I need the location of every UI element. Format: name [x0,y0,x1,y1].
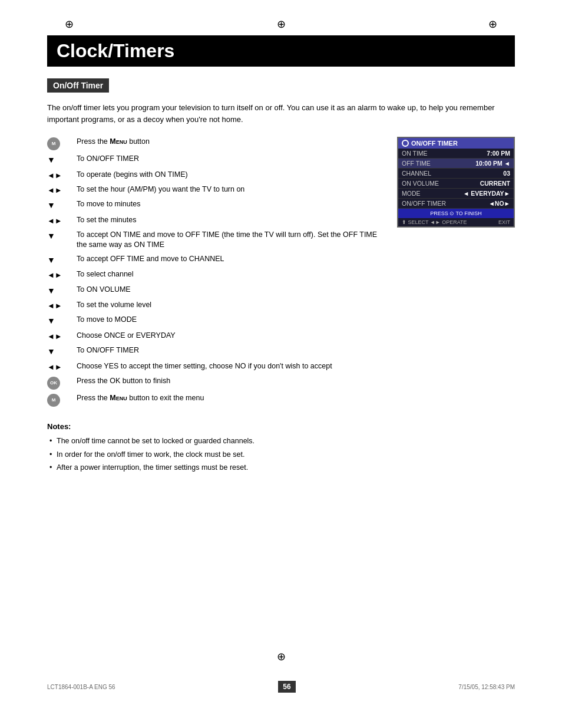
tv-menu-row-3: CHANNEL 03 [398,169,514,179]
step-11-icon: ◄► [47,300,77,311]
page-number-badge: 56 [278,681,295,693]
tv-menu-row-5: MODE ◄ EVERYDAY► [398,189,514,199]
step-8: ▼ To accept OFF TIME and move to CHANNEL [47,254,385,266]
down-arrow-icon-5: ▼ [47,200,55,212]
step-1-text: Press the Menu button [77,137,385,147]
tv-menu-row-2: OFF TIME 10:00 PM ◄ [398,159,514,169]
footer-bar: LCT1864-001B-A ENG 56 56 7/15/05, 12:58:… [0,681,562,693]
ok-button-icon: OK [47,377,60,390]
menu-circle-icon [402,140,409,147]
reg-mark-bottom-center: ⊕ [277,650,286,663]
step-16-text: Press the OK button to finish [77,376,385,387]
step-2-icon: ▼ [47,154,77,166]
step-14-text: To ON/OFF TIMER [77,345,385,356]
tv-menu-nav-right: EXIT [498,219,510,225]
tv-menu-nav: ⬆ SELECT ◄► OPERATE EXIT [398,218,514,226]
tv-menu-footer: PRESS ⊙ TO FINISH [398,209,514,218]
step-13-text: Choose ONCE or EVERYDAY [77,331,385,341]
row-1-value: 7:00 PM [487,150,510,157]
notes-title: Notes: [47,422,515,431]
row-4-label: ON VOLUME [402,180,439,187]
lr-arrow-icon-11: ◄► [47,301,62,311]
lr-arrow-icon-15: ◄► [47,362,62,373]
step-10: ▼ To ON VOLUME [47,285,385,297]
screenshot-column: ON/OFF TIMER ON TIME 7:00 PM OFF TIME 10… [397,137,515,228]
step-6-text: To set the minutes [77,215,385,226]
down-arrow-icon-8: ▼ [47,255,55,266]
step-1: M Press the Menu button [47,137,385,150]
note-item-1: The on/off time cannot be set to locked … [47,436,515,447]
step-17-text: Press the Menu button to exit the menu [77,393,385,404]
footer-left-text: LCT1864-001B-A ENG 56 [47,684,115,690]
step-9-text: To select channel [77,269,385,280]
menu-button-icon: M [47,137,60,150]
step-4: ◄► To set the hour (AM/PM) you want the … [47,185,385,196]
row-4-value: CURRENT [480,180,510,187]
row-3-label: CHANNEL [402,170,431,177]
step-14-icon: ▼ [47,345,77,358]
step-15: ◄► Choose YES to accept the timer settin… [47,361,385,373]
step-16: OK Press the OK button to finish [47,376,385,390]
step-3-text: To operate (begins with ON TIME) [77,170,385,180]
page-title: Clock/Timers [47,35,515,67]
step-13-icon: ◄► [47,331,77,342]
note-item-2: In order for the on/off timer to work, t… [47,449,515,460]
reg-mark-top-left: ⊕ [65,18,74,31]
step-8-icon: ▼ [47,254,77,266]
step-15-icon: ◄► [47,361,77,373]
step-1-icon: M [47,137,77,150]
tv-menu-nav-left: ⬆ SELECT ◄► OPERATE [402,219,467,225]
row-6-label: ON/OFF TIMER [402,200,446,207]
step-9-icon: ◄► [47,269,77,281]
reg-mark-top-right: ⊕ [488,18,497,31]
step-10-icon: ▼ [47,285,77,297]
row-6-value: ◄NO► [488,200,510,207]
step-17: M Press the Menu button to exit the menu [47,393,385,407]
page-container: ⊕ ⊕ ⊕ ⊕ Clock/Timers On/Off Timer The on… [0,0,562,728]
step-12: ▼ To move to MODE [47,315,385,327]
tv-menu-title: ON/OFF TIMER [398,138,514,149]
lr-arrow-icon-9: ◄► [47,270,62,281]
tv-menu-row-6: ON/OFF TIMER ◄NO► [398,199,514,209]
step-7: ▼ To accept ON TIME and move to OFF TIME… [47,230,385,251]
menu-button-icon-2: M [47,394,60,407]
steps-column: M Press the Menu button ▼ To ON/OFF TIME… [47,137,385,410]
step-17-icon: M [47,393,77,407]
step-11-text: To set the volume level [77,300,385,311]
step-6: ◄► To set the minutes [47,215,385,226]
step-5: ▼ To move to minutes [47,199,385,212]
step-13: ◄► Choose ONCE or EVERYDAY [47,331,385,342]
intro-text: The on/off timer lets you program your t… [47,102,515,125]
lr-arrow-icon-6: ◄► [47,216,62,226]
down-arrow-icon-10: ▼ [47,285,55,297]
step-2-text: To ON/OFF TIMER [77,154,385,164]
step-7-icon: ▼ [47,230,77,242]
step-5-icon: ▼ [47,199,77,212]
step-6-icon: ◄► [47,215,77,226]
footer-right-text: 7/15/05, 12:58:43 PM [458,684,515,690]
notes-section: Notes: The on/off time cannot be set to … [47,422,515,473]
lr-arrow-icon-4: ◄► [47,185,62,196]
step-11: ◄► To set the volume level [47,300,385,311]
content-area: M Press the Menu button ▼ To ON/OFF TIME… [47,137,515,410]
down-arrow-icon: ▼ [47,154,55,166]
step-14: ▼ To ON/OFF TIMER [47,345,385,358]
lr-arrow-icon-13: ◄► [47,331,62,342]
row-2-label: OFF TIME [402,160,431,167]
step-4-text: To set the hour (AM/PM) you want the TV … [77,185,385,195]
step-12-text: To move to MODE [77,315,385,325]
note-item-3: After a power interruption, the timer se… [47,462,515,473]
tv-menu: ON/OFF TIMER ON TIME 7:00 PM OFF TIME 10… [397,137,515,228]
step-4-icon: ◄► [47,185,77,196]
row-1-label: ON TIME [402,150,428,157]
step-7-text: To accept ON TIME and move to OFF TIME (… [77,230,385,251]
row-5-label: MODE [402,190,421,197]
step-10-text: To ON VOLUME [77,285,385,295]
down-arrow-icon-7: ▼ [47,230,55,242]
row-3-value: 03 [503,170,510,177]
lr-arrow-icon-3: ◄► [47,170,62,181]
down-arrow-icon-14: ▼ [47,346,55,358]
section-header: On/Off Timer [47,78,109,93]
step-12-icon: ▼ [47,315,77,327]
tv-menu-title-text: ON/OFF TIMER [411,140,458,147]
